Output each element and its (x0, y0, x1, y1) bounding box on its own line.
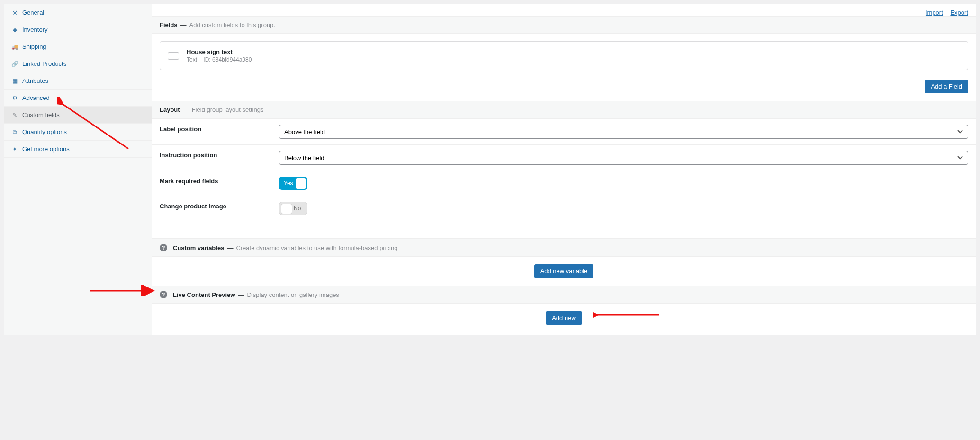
fields-section-subtitle: Add custom fields to this group. (189, 21, 275, 28)
sidebar-item-label: Linked Products (22, 60, 66, 67)
sidebar-item-general[interactable]: ⚒ General (4, 4, 152, 21)
top-links: Import Export (152, 4, 976, 16)
change-image-label: Change product image (152, 196, 271, 238)
label-position-select[interactable]: Above the field (279, 125, 968, 139)
sidebar-item-get-more-options[interactable]: ✦ Get more options (4, 141, 152, 158)
sidebar-item-attributes[interactable]: ▦ Attributes (4, 72, 152, 90)
sparkle-icon: ✦ (11, 146, 18, 153)
field-card[interactable]: House sign text Text ID: 634bfd944a980 (160, 41, 968, 70)
sidebar-item-label: Quantity options (22, 128, 67, 135)
fields-section-header: Fields — Add custom fields to this group… (152, 16, 976, 34)
text-field-type-icon (168, 52, 179, 60)
instruction-position-select[interactable]: Below the field (279, 151, 968, 165)
grid-icon: ▦ (11, 78, 18, 84)
change-image-toggle[interactable]: No (279, 202, 307, 215)
field-card-id-label: ID: (203, 56, 210, 63)
sidebar-item-shipping[interactable]: 🚚 Shipping (4, 38, 152, 55)
sidebar-item-label: Inventory (22, 26, 47, 33)
mark-required-toggle[interactable]: Yes (279, 177, 307, 190)
add-new-variable-button[interactable]: Add new variable (534, 264, 594, 278)
live-preview-header: ? Live Content Preview — Display content… (152, 286, 976, 304)
layout-section-header: Layout — Field group layout settings (152, 101, 976, 118)
layout-section-title: Layout (160, 106, 180, 113)
mark-required-label: Mark required fields (152, 171, 271, 196)
sidebar-item-label: General (22, 9, 44, 16)
pencil-icon: ✎ (11, 112, 18, 118)
sidebar-item-custom-fields[interactable]: ✎ Custom fields (4, 107, 152, 124)
custom-variables-subtitle: Create dynamic variables to use with for… (236, 244, 397, 251)
live-preview-subtitle: Display content on gallery images (247, 291, 339, 298)
copy-icon: ⧉ (11, 129, 18, 135)
sidebar-item-inventory[interactable]: ◆ Inventory (4, 21, 152, 38)
instruction-position-label: Instruction position (152, 145, 271, 171)
live-preview-title: Live Content Preview (173, 291, 235, 298)
sidebar-item-label: Custom fields (22, 111, 60, 118)
help-icon[interactable]: ? (160, 244, 167, 251)
import-link[interactable]: Import (926, 9, 943, 16)
annotation-arrow-add-new (593, 309, 664, 321)
field-card-title: House sign text (187, 48, 252, 55)
add-field-button[interactable]: Add a Field (925, 80, 968, 93)
export-link[interactable]: Export (950, 9, 968, 16)
main-panel: Import Export Fields — Add custom fields… (152, 4, 976, 335)
custom-variables-title: Custom variables (173, 244, 224, 251)
inventory-icon: ◆ (11, 27, 18, 33)
sidebar-item-quantity-options[interactable]: ⧉ Quantity options (4, 124, 152, 141)
label-position-label: Label position (152, 119, 271, 144)
sidebar-item-label: Advanced (22, 94, 50, 101)
layout-section-subtitle: Field group layout settings (192, 106, 264, 113)
add-new-button[interactable]: Add new (546, 311, 582, 325)
help-icon[interactable]: ? (160, 291, 167, 298)
sidebar-item-label: Get more options (22, 145, 70, 153)
sidebar-item-linked-products[interactable]: 🔗 Linked Products (4, 55, 152, 72)
fields-section-title: Fields (160, 21, 178, 28)
wrench-icon: ⚒ (11, 9, 18, 16)
custom-variables-header: ? Custom variables — Create dynamic vari… (152, 239, 976, 257)
product-data-sidebar: ⚒ General ◆ Inventory 🚚 Shipping 🔗 Linke… (4, 4, 152, 335)
sidebar-item-advanced[interactable]: ⚙ Advanced (4, 90, 152, 107)
field-card-id: 634bfd944a980 (212, 56, 252, 63)
link-icon: 🔗 (11, 61, 18, 67)
truck-icon: 🚚 (11, 44, 18, 50)
sidebar-item-label: Shipping (22, 43, 46, 50)
field-card-type: Text (187, 56, 197, 63)
gear-icon: ⚙ (11, 95, 18, 101)
sidebar-item-label: Attributes (22, 77, 48, 84)
